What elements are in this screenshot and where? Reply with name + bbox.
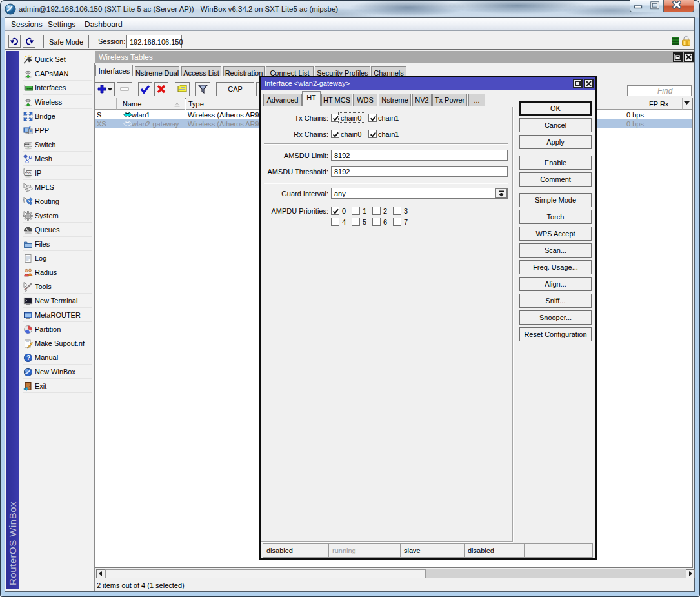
svg-text:?: ? bbox=[26, 354, 30, 361]
